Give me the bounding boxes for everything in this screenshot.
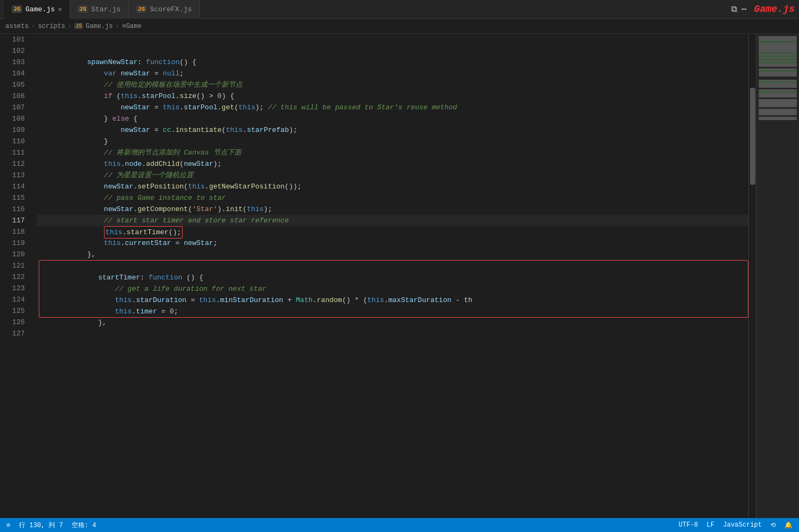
code-line-102: spawnNewStar: function() { — [37, 45, 748, 57]
error-icon: ⊘ — [6, 521, 10, 529]
scrollbar-thumb[interactable] — [750, 88, 755, 185]
tab-scorefx-js-label: ScoreFX.js — [150, 5, 192, 13]
status-bar: ⊘ 行 130, 列 7 空格: 4 UTF-8 LF JavaScript ⟲… — [0, 518, 799, 532]
tab-game-js-label: Game.js — [25, 5, 55, 13]
status-bell-icon: 🔔 — [784, 521, 793, 529]
code-line-101 — [37, 34, 748, 45]
code-line-123: this.starDuration = this.minStarDuration… — [39, 283, 748, 295]
minimap — [756, 34, 799, 518]
line-numbers: 101 102 103 104 105 106 107 108 109 110 … — [0, 34, 32, 518]
more-actions-icon[interactable]: ⋯ — [741, 4, 747, 15]
status-encoding[interactable]: UTF-8 — [679, 521, 698, 529]
code-line-122: // get a life duration for next star — [39, 272, 748, 283]
code-line-103: var newStar = null; — [37, 57, 748, 68]
code-lines: spawnNewStar: function() { var newStar =… — [32, 34, 748, 340]
code-line-115: newStar.getComponent('Star').init(this); — [37, 192, 748, 204]
code-line-111: this.node.addChild(newStar); — [37, 147, 748, 158]
top-right-area: ⧉ ⋯ Game.js — [731, 4, 795, 15]
code-line-117: this.startTimer(); — [37, 215, 748, 226]
status-right: UTF-8 LF JavaScript ⟲ 🔔 — [679, 521, 793, 529]
editor: 101 102 103 104 105 106 107 108 109 110 … — [0, 34, 799, 518]
tab-star-js[interactable]: JS Star.js — [70, 0, 129, 19]
code-line-112: // 为星星设置一个随机位置 — [37, 158, 748, 170]
status-sync-icon: ⟲ — [770, 521, 776, 529]
code-line-107: } else { — [37, 102, 748, 113]
tab-game-js-close[interactable]: ✕ — [58, 5, 62, 13]
tab-scorefx-js[interactable]: JS ScoreFX.js — [129, 0, 200, 19]
minimap-content — [756, 34, 799, 122]
code-line-121: startTimer: function () { — [39, 261, 748, 272]
code-line-118: this.currentStar = newStar; — [37, 226, 748, 237]
status-position[interactable]: 行 130, 列 7 — [19, 521, 63, 530]
code-line-127 — [37, 329, 748, 340]
title-bar: JS Game.js ✕ JS Star.js JS ScoreFX.js ⧉ … — [0, 0, 799, 19]
code-line-126 — [37, 318, 748, 329]
status-spaces[interactable]: 空格: 4 — [72, 521, 96, 530]
code-line-120 — [37, 249, 748, 260]
breadcrumb-js-icon: JS — [74, 23, 83, 29]
breadcrumb-scripts[interactable]: scripts — [38, 23, 65, 30]
code-line-104: // 使用给定的模板在场景中生成一个新节点 — [37, 68, 748, 79]
code-line-114: // pass Game instance to star — [37, 181, 748, 192]
watermark-label: Game.js — [754, 4, 795, 15]
js-icon-scorefx: JS — [136, 5, 147, 13]
code-line-108: newStar = cc.instantiate(this.starPrefab… — [37, 113, 748, 124]
code-line-110: // 将新增的节点添加到 Canvas 节点下面 — [37, 136, 748, 147]
code-line-106: newStar = this.starPool.get(this); // th… — [37, 90, 748, 102]
code-line-113: newStar.setPosition(this.getNewStarPosit… — [37, 170, 748, 181]
breadcrumb-gamejs[interactable]: Game.js — [86, 23, 113, 30]
code-line-124: this.timer = 0; — [39, 295, 748, 306]
breadcrumb: assets › scripts › JS Game.js › ⊙Game — [0, 19, 799, 34]
js-icon-game: JS — [12, 5, 22, 13]
code-line-105: if (this.starPool.size() > 0) { — [37, 79, 748, 90]
code-line-116: // start star timer and store star refer… — [37, 204, 748, 215]
split-editor-icon[interactable]: ⧉ — [731, 4, 737, 15]
code-line-125: }, — [39, 306, 748, 317]
code-editor[interactable]: spawnNewStar: function() { var newStar =… — [32, 34, 748, 518]
tab-game-js[interactable]: JS Game.js ✕ — [4, 0, 70, 19]
vertical-scrollbar[interactable] — [748, 34, 756, 518]
js-icon-star: JS — [78, 5, 88, 13]
tab-star-js-label: Star.js — [91, 5, 121, 13]
code-line-109: } — [37, 124, 748, 136]
status-language[interactable]: JavaScript — [723, 521, 762, 529]
code-line-119: }, — [37, 237, 748, 249]
breadcrumb-game-class[interactable]: ⊙Game — [122, 22, 142, 30]
breadcrumb-assets[interactable]: assets — [5, 23, 29, 30]
startTimer-block: startTimer: function () { // get a life … — [39, 260, 748, 318]
status-line-ending[interactable]: LF — [707, 521, 714, 529]
